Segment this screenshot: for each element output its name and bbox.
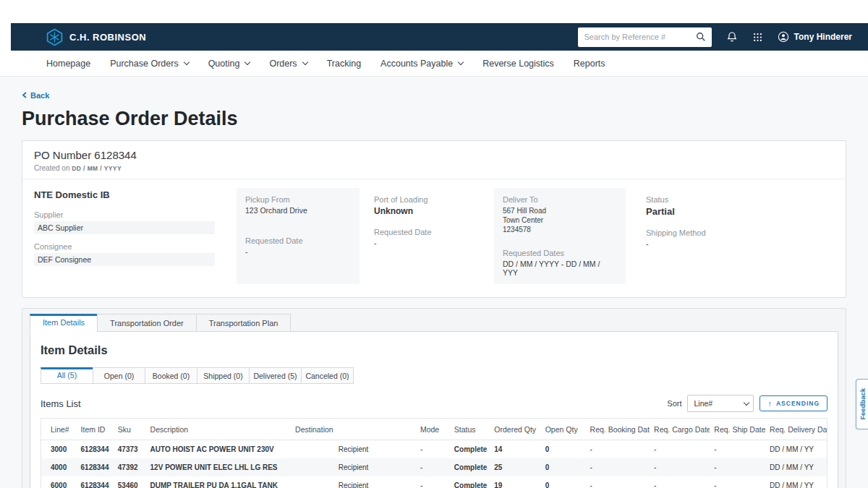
cell-ordered-qty: 25: [490, 458, 540, 476]
status-value: Partial: [646, 206, 706, 217]
cell-line: 4000: [41, 458, 77, 476]
notifications-bell-icon[interactable]: [726, 31, 738, 43]
nav-item-orders[interactable]: Orders: [269, 59, 307, 69]
port-of-loading-label: Port of Loading: [374, 195, 488, 204]
pickup-column: Pickup From 123 Orchard Drive Requested …: [237, 188, 359, 284]
sort-controls: Sort Line# ↑ ASCENDING: [667, 395, 827, 412]
items-table-body: 3000612834447373AUTO HOIST AC POWER UNIT…: [41, 440, 827, 488]
program-name: NTE Domestic IB: [34, 189, 237, 200]
deliver-to-line: 1234578: [503, 225, 617, 234]
cell-ordered-qty: 19: [490, 476, 540, 488]
back-link[interactable]: Back: [22, 91, 49, 100]
cell-req-ship-date: -: [710, 458, 765, 476]
subtab-booked-0[interactable]: Booked (0): [145, 367, 197, 384]
search-icon[interactable]: [696, 32, 706, 45]
feedback-tab[interactable]: Feedback: [856, 379, 868, 429]
deliver-requested-dates-label: Requested Dates: [503, 249, 617, 257]
nav-item-quoting[interactable]: Quoting: [208, 59, 250, 69]
col-header-destination: Destination: [291, 419, 416, 440]
tab-transportation-plan[interactable]: Transportation Plan: [196, 314, 292, 332]
cell-sku: 53460: [114, 476, 146, 488]
main-tabs: Item DetailsTransportation OrderTranspor…: [30, 314, 838, 331]
subtab-canceled-0[interactable]: Canceled (0): [301, 367, 354, 384]
appbar-actions: Tony Hinderer: [578, 27, 852, 47]
section-title: Item Details: [41, 343, 827, 357]
items-list-bar: Items List Sort Line# ↑ ASCENDING: [41, 395, 827, 412]
col-header-req-delivery-date: Req. Delivery Date: [765, 419, 827, 440]
nav-item-accounts-payable[interactable]: Accounts Payable: [380, 59, 463, 69]
nav-item-tracking[interactable]: Tracking: [327, 59, 361, 69]
cell-status: Complete: [450, 458, 490, 476]
nav-item-label: Quoting: [208, 59, 240, 69]
status-label: Status: [646, 195, 706, 204]
po-columns: NTE Domestic IB Supplier ABC Supplier Co…: [22, 179, 846, 297]
tab-item-details[interactable]: Item Details: [30, 314, 98, 332]
col-header-mode: Mode: [416, 419, 450, 440]
col-header-ordered-qty: Ordered Qty: [490, 419, 540, 440]
nav-item-label: Reports: [574, 59, 605, 69]
apps-grid-icon[interactable]: [752, 32, 763, 43]
subtab-all-5[interactable]: All (5): [41, 367, 93, 384]
tab-transportation-order[interactable]: Transportation Order: [97, 314, 197, 332]
nav-item-purchase-orders[interactable]: Purchase Orders: [110, 59, 188, 69]
supplier-value: ABC Supplier: [34, 221, 215, 234]
cell-req-cargo-date: -: [650, 476, 710, 488]
page-content: Back Purchase Order Details PO Number 61…: [0, 77, 868, 488]
col-header-req-cargo-date: Req. Cargo Date: [650, 419, 710, 440]
cell-open-qty: 0: [541, 440, 586, 459]
items-table: Line#Item IDSkuDescriptionDestinationMod…: [41, 418, 827, 488]
table-row[interactable]: 400061283444739212V POWER UNIT ELEC LHL …: [41, 458, 827, 476]
nav-item-reverse-logistics[interactable]: Reverse Logistics: [482, 59, 554, 69]
details-tab-card: Item DetailsTransportation OrderTranspor…: [22, 308, 846, 488]
brand-name: C.H. ROBINSON: [69, 32, 146, 43]
sort-direction-label: ASCENDING: [776, 400, 820, 407]
sort-select[interactable]: Line#: [687, 395, 754, 412]
items-list-title: Items List: [41, 398, 81, 409]
cell-req-delivery-date: DD / MM / YY: [765, 458, 827, 476]
nav-item-label: Tracking: [327, 59, 361, 69]
item-details-panel: Item Details All (5)Open (0)Booked (0)Sh…: [30, 331, 838, 488]
cell-sku: 47373: [114, 440, 146, 459]
nav-item-label: Purchase Orders: [110, 59, 178, 69]
shipping-method-label: Shipping Method: [646, 228, 706, 237]
table-row[interactable]: 6000612834453460DUMP TRAILER PU DA 1.1GA…: [41, 476, 827, 488]
subtab-delivered-5[interactable]: Delivered (5): [249, 367, 302, 384]
nav-item-label: Accounts Payable: [380, 59, 453, 69]
cell-description: AUTO HOIST AC POWER UNIT 230V: [146, 440, 292, 459]
brand-logo[interactable]: C.H. ROBINSON: [46, 28, 146, 46]
back-label: Back: [30, 91, 49, 100]
deliver-to-column: Deliver To 567 Hill Road Town Center 123…: [494, 188, 626, 284]
subtab-open-0[interactable]: Open (0): [93, 367, 145, 384]
pickup-from-label: Pickup From: [245, 195, 351, 204]
nav-item-homepage[interactable]: Homepage: [46, 59, 90, 69]
col-header-sku: Sku: [114, 419, 146, 440]
app-header: C.H. ROBINSON: [11, 23, 868, 51]
status-column: Status Partial Shipping Method -: [626, 188, 706, 284]
cell-mode: -: [416, 458, 450, 476]
cell-req-delivery-date: DD / MM / YY: [765, 476, 827, 488]
page-title: Purchase Order Details: [22, 108, 846, 130]
main-nav: HomepagePurchase OrdersQuotingOrdersTrac…: [0, 51, 868, 77]
cell-destination: Recipient: [291, 476, 416, 488]
po-number: PO Number 6128344: [34, 149, 834, 161]
status-subtabs: All (5)Open (0)Booked (0)Shipped (0)Deli…: [41, 367, 827, 384]
arrow-up-icon: ↑: [767, 401, 773, 406]
cell-destination: Recipient: [291, 458, 416, 476]
shipping-method-value: -: [646, 239, 706, 248]
user-menu[interactable]: Tony Hinderer: [778, 31, 852, 43]
subtab-shipped-0[interactable]: Shipped (0): [197, 367, 250, 384]
table-row[interactable]: 3000612834447373AUTO HOIST AC POWER UNIT…: [41, 440, 827, 459]
chevron-down-icon: [244, 59, 250, 65]
cell-req-ship-date: -: [710, 440, 765, 459]
cell-req-booking-date: -: [586, 476, 650, 488]
search-input[interactable]: [578, 27, 712, 47]
deliver-to-line: Town Center: [503, 215, 617, 225]
cell-req-delivery-date: DD / MM / YY: [765, 440, 827, 459]
nav-item-reports[interactable]: Reports: [574, 59, 605, 69]
cell-req-cargo-date: -: [650, 440, 710, 459]
po-head: PO Number 6128344 Created on DD / MM / Y…: [22, 141, 846, 179]
sort-direction-button[interactable]: ↑ ASCENDING: [760, 395, 827, 411]
port-requested-date-label: Requested Date: [374, 228, 488, 236]
consignee-value: DEF Consignee: [34, 253, 215, 266]
chr-hexagon-logo-icon: [46, 28, 64, 46]
